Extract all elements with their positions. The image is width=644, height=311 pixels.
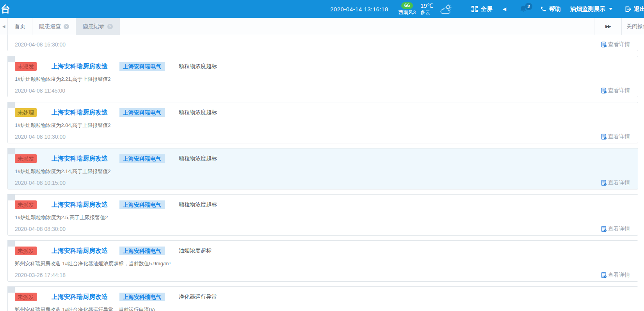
hazard-type-label: 油烟浓度超标 — [179, 247, 212, 254]
org-badge: 上海安科瑞电气 — [119, 293, 165, 301]
view-details-label: 查看详情 — [608, 41, 630, 48]
record-header-row: 未派发 上海安科瑞厨房改造 上海安科瑞电气 颗粒物浓度超标 — [15, 154, 630, 163]
site-link[interactable]: 上海安科瑞厨房改造 — [52, 247, 108, 255]
record-header-row: 未处理 上海安科瑞厨房改造 上海安科瑞电气 颗粒物浓度超标 — [15, 108, 630, 117]
tabs-scroll-right-button[interactable]: ▶▶ — [594, 18, 621, 35]
card-corner-decoration — [7, 148, 15, 154]
view-details-link[interactable]: 查看详情 — [601, 225, 630, 232]
view-details-label: 查看详情 — [608, 272, 630, 279]
fullscreen-icon — [471, 5, 478, 13]
app-logo: 台 — [1, 0, 10, 18]
org-badge: 上海安科瑞电气 — [119, 108, 165, 117]
site-link[interactable]: 上海安科瑞厨房改造 — [52, 201, 108, 209]
tab-item[interactable]: 隐患巡查 ✕ — [32, 18, 76, 35]
temperature-label: 19℃ — [420, 2, 434, 9]
logout-icon — [624, 6, 631, 13]
record-header-row: 未派发 上海安科瑞厨房改造 上海安科瑞电气 油烟浓度超标 — [15, 246, 630, 256]
hazard-record-card[interactable]: 未处理 上海安科瑞厨房改造 上海安科瑞电气 颗粒物浓度超标 1#炉灶颗粒物浓度为… — [7, 102, 638, 143]
card-corner-decoration — [7, 286, 15, 293]
hazard-record-card[interactable]: 2020-04-08 16:30:00 查看详情 — [7, 35, 638, 51]
weather-condition-label: 多云 — [420, 10, 430, 15]
site-link[interactable]: 上海安科瑞厨房改造 — [52, 293, 108, 301]
view-details-link[interactable]: 查看详情 — [601, 272, 630, 279]
view-details-link[interactable]: 查看详情 — [601, 179, 630, 186]
card-corner-decoration — [7, 56, 15, 62]
site-link[interactable]: 上海安科瑞厨房改造 — [52, 63, 108, 71]
record-timestamp: 2020-03-26 17:44:18 — [15, 272, 66, 278]
record-header-row: 未派发 上海安科瑞厨房改造 上海安科瑞电气 颗粒物浓度超标 — [15, 200, 630, 209]
air-quality-widget: 66 西南风3 — [398, 2, 416, 15]
document-detail-icon — [601, 134, 607, 140]
tabs-scroll-left-button[interactable]: ◀ — [0, 18, 8, 35]
status-badge: 未派发 — [15, 293, 37, 301]
status-badge: 未派发 — [15, 154, 37, 163]
card-corner-decoration — [7, 194, 15, 200]
org-badge: 上海安科瑞电气 — [119, 62, 165, 71]
status-badge: 未派发 — [15, 200, 37, 209]
hazard-record-card[interactable]: 未派发 上海安科瑞厨房改造 上海安科瑞电气 颗粒物浓度超标 1#炉灶颗粒物浓度为… — [7, 148, 638, 189]
tab-close-icon[interactable]: ✕ — [64, 24, 69, 29]
tab-list: 首页 隐患巡查 ✕ 隐患记录 ✕ — [8, 18, 120, 35]
hazard-description: 1#炉灶颗粒物浓度为2.21,高于上限报警值2 — [15, 76, 630, 83]
hazard-record-card[interactable]: 未派发 上海安科瑞厨房改造 上海安科瑞电气 颗粒物浓度超标 1#炉灶颗粒物浓度为… — [7, 56, 638, 97]
fullscreen-label: 全屏 — [481, 5, 493, 13]
org-badge: 上海安科瑞电气 — [119, 154, 165, 163]
tab-close-icon[interactable]: ✕ — [107, 24, 113, 29]
hazard-type-label: 颗粒物浓度超标 — [179, 201, 217, 208]
mute-button[interactable]: ◀ — [503, 7, 506, 11]
status-badge: 未派发 — [15, 247, 37, 255]
document-detail-icon — [601, 41, 607, 48]
view-details-link[interactable]: 查看详情 — [601, 87, 630, 94]
top-header: 台 2020-04-14 13:16:18 66 西南风3 19℃ 多云 全屏 … — [0, 0, 644, 18]
card-corner-decoration — [7, 240, 15, 247]
display-mode-dropdown[interactable]: 油烟监测展示 — [570, 5, 613, 13]
record-footer-row: 2020-04-08 08:30:00 查看详情 — [15, 225, 630, 233]
document-detail-icon — [601, 180, 607, 186]
wind-label: 西南风3 — [398, 10, 416, 15]
record-timestamp: 2020-04-08 11:45:00 — [15, 88, 65, 94]
tab-label: 首页 — [14, 23, 25, 30]
tab-item[interactable]: 隐患记录 ✕ — [76, 18, 120, 35]
hazard-type-label: 颗粒物浓度超标 — [179, 155, 217, 162]
close-operations-dropdown[interactable]: 关闭操作 — [621, 18, 644, 35]
hazard-record-card[interactable]: 未派发 上海安科瑞厨房改造 上海安科瑞电气 颗粒物浓度超标 1#炉灶颗粒物浓度为… — [7, 194, 638, 236]
record-timestamp: 2020-04-08 08:30:00 — [15, 226, 66, 232]
hazard-description: 郑州安科瑞厨房改造-1#灶台净化器油烟浓度超标，当前数值5.9mg/m³ — [15, 260, 630, 267]
view-details-link[interactable]: 查看详情 — [601, 41, 630, 48]
hazard-description: 1#炉灶颗粒物浓度为2.14,高于上限报警值2 — [15, 168, 630, 175]
record-footer-row: 2020-04-08 11:45:00 查看详情 — [15, 87, 630, 95]
hazard-description: 郑州安科瑞厨房改造-1#灶台净化器运行异常，当前运行电流0A — [15, 306, 630, 311]
document-detail-icon — [601, 272, 607, 278]
view-details-label: 查看详情 — [608, 87, 630, 94]
header-menu: 全屏 ◀ 2 帮助 油烟监测展示 退出 — [471, 5, 644, 13]
record-header-row: 未派发 上海安科瑞厨房改造 上海安科瑞电气 净化器运行异常 — [15, 292, 630, 302]
record-timestamp: 2020-04-08 10:15:00 — [15, 180, 66, 186]
temperature-widget: 19℃ 多云 — [420, 2, 434, 16]
logout-button[interactable]: 退出 — [624, 5, 644, 13]
record-footer-row: 2020-04-08 10:30:00 查看详情 — [15, 133, 630, 141]
notification-count-badge: 2 — [525, 3, 532, 10]
aqi-badge: 66 — [401, 2, 413, 9]
notifications-button[interactable]: 2 — [519, 5, 527, 13]
status-badge: 未处理 — [15, 108, 37, 117]
chevron-down-icon — [609, 8, 613, 10]
view-details-label: 查看详情 — [608, 179, 630, 186]
record-header-row: 未派发 上海安科瑞厨房改造 上海安科瑞电气 颗粒物浓度超标 — [15, 62, 630, 71]
hazard-record-card[interactable]: 未派发 上海安科瑞厨房改造 上海安科瑞电气 油烟浓度超标 郑州安科瑞厨房改造-1… — [7, 240, 638, 282]
view-details-label: 查看详情 — [608, 225, 630, 232]
hazard-type-label: 颗粒物浓度超标 — [179, 63, 217, 70]
record-list: 2020-04-08 16:30:00 查看详情 未派发 上海安科瑞厨房改造 上… — [0, 35, 644, 311]
view-details-link[interactable]: 查看详情 — [601, 133, 630, 140]
hazard-record-card[interactable]: 未派发 上海安科瑞厨房改造 上海安科瑞电气 净化器运行异常 郑州安科瑞厨房改造-… — [7, 286, 638, 311]
speaker-muted-icon: ◀ — [503, 7, 506, 11]
site-link[interactable]: 上海安科瑞厨房改造 — [52, 155, 108, 163]
fullscreen-button[interactable]: 全屏 — [471, 5, 493, 13]
hazard-type-label: 颗粒物浓度超标 — [179, 109, 217, 116]
site-link[interactable]: 上海安科瑞厨房改造 — [52, 109, 108, 117]
logout-label: 退出 — [634, 5, 644, 13]
tab-bar: ◀ 首页 隐患巡查 ✕ 隐患记录 ✕ ▶▶ 关闭操作 — [0, 18, 644, 35]
help-button[interactable]: 帮助 — [540, 5, 561, 13]
tab-item[interactable]: 首页 — [8, 18, 32, 35]
record-footer-row: 2020-03-26 17:44:18 查看详情 — [15, 271, 630, 279]
hazard-description: 1#炉灶颗粒物浓度为2.04,高于上限报警值2 — [15, 122, 630, 129]
